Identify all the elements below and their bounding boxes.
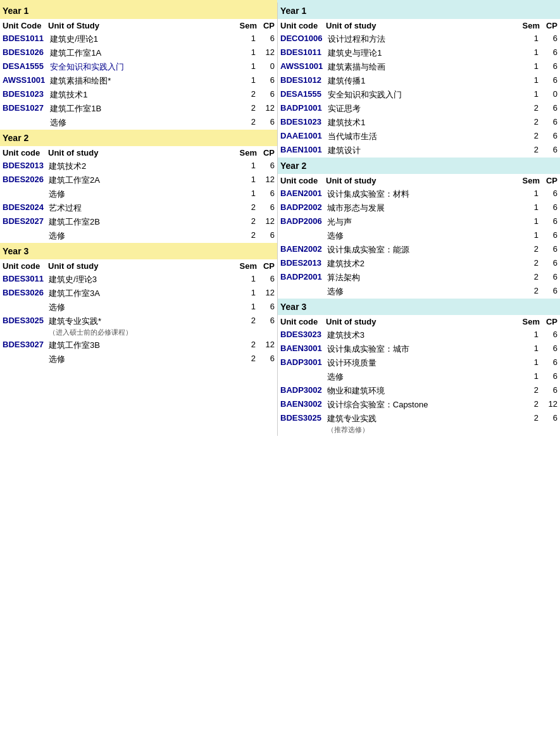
unit-row: 选修26 [0, 352, 277, 366]
unit-code: BDES3027 [0, 338, 46, 352]
unit-row: BAEN3001设计集成实验室：城市16 [278, 342, 560, 356]
unit-cp: 6 [259, 300, 277, 314]
col-header-cell: Unit of study [323, 19, 518, 32]
unit-cp: 12 [259, 46, 277, 60]
unit-cp: 12 [259, 102, 277, 116]
unit-row: BDES1011建筑史/理论116 [0, 32, 277, 46]
year-header-left-2: Year 3 [0, 243, 277, 259]
unit-code: BADP2001 [278, 271, 325, 285]
unit-row: DESA1555安全知识和实践入门10 [0, 60, 277, 74]
unit-code: BDES2024 [0, 201, 46, 215]
year-header-left-1: Year 2 [0, 130, 277, 146]
unit-cp: 6 [542, 370, 560, 384]
unit-sem: 1 [518, 229, 542, 243]
unit-code: BDES3011 [0, 273, 46, 287]
units-table-right-1: BAEN2001设计集成实验室：材料16BADP2002城市形态与发展16BAD… [278, 187, 560, 299]
unit-row: BDES1012建筑传播116 [278, 74, 560, 88]
col-header-left-1: Unit codeUnit of studySemCP [0, 146, 277, 159]
unit-name: 选修 [46, 187, 235, 201]
unit-cp: 6 [542, 32, 560, 46]
unit-code: DECO1006 [278, 32, 325, 46]
unit-code: BAEN2002 [278, 243, 325, 257]
unit-row: BDES3023建筑技术316 [278, 328, 560, 342]
unit-code: BDES3025 [278, 412, 325, 436]
col-header-cell: Unit Code [0, 19, 46, 32]
unit-name: 物业和建筑环境 [325, 384, 518, 398]
unit-row: BAEN2001设计集成实验室：材料16 [278, 187, 560, 201]
col-header-cell: CP [259, 19, 277, 32]
unit-cp: 6 [542, 384, 560, 398]
unit-row: BDES1011建筑史与理论116 [278, 46, 560, 60]
col-header-right-2: Unit codeUnit of studySemCP [278, 315, 560, 328]
unit-sem: 1 [518, 370, 542, 384]
col-header-left-0: Unit CodeUnit of StudySemCP [0, 19, 277, 32]
unit-row: BDES2024艺术过程26 [0, 201, 277, 215]
unit-name: 算法架构 [325, 271, 518, 285]
unit-sem: 2 [235, 352, 259, 366]
unit-sem: 2 [518, 412, 542, 436]
unit-row: BDES3026建筑工作室3A112 [0, 287, 277, 300]
col-header-cell: Sem [518, 315, 542, 328]
unit-code [278, 370, 325, 384]
unit-name: 建筑工作室1A [47, 46, 235, 60]
col-header-cell: Unit code [278, 19, 323, 32]
unit-row: 选修26 [278, 285, 560, 299]
col-header-left-2: Unit codeUnit of studySemCP [0, 259, 277, 273]
unit-row: 选修16 [0, 300, 277, 314]
content-area: Year 1Unit CodeUnit of StudySemCPBDES101… [0, 3, 560, 436]
col-header-cell: CP [542, 174, 560, 187]
unit-cp: 6 [259, 273, 277, 287]
unit-code: BDES1026 [0, 46, 47, 60]
unit-cp: 6 [542, 285, 560, 299]
unit-code [0, 352, 46, 366]
unit-name: 当代城市生活 [325, 130, 518, 144]
unit-sem: 1 [235, 173, 259, 187]
unit-row: BDES3027建筑工作室3B212 [0, 338, 277, 352]
unit-sem: 1 [235, 74, 259, 88]
unit-name: 建筑专业实践（推荐选修） [325, 412, 518, 436]
unit-code: DAAE1001 [278, 130, 325, 144]
unit-name: 建筑技术2 [46, 159, 235, 173]
unit-row: AWSS1001建筑素描和绘图*16 [0, 74, 277, 88]
unit-row: BDES1023建筑技术126 [0, 88, 277, 102]
unit-cp: 6 [542, 116, 560, 130]
unit-name: 设计过程和方法 [325, 32, 518, 46]
unit-row: DAAE1001当代城市生活26 [278, 130, 560, 144]
col-header-cell: Unit code [278, 315, 323, 328]
unit-sem: 2 [235, 314, 259, 338]
unit-row: BDES2027建筑工作室2B212 [0, 215, 277, 229]
unit-row: BDES2013建筑技术216 [0, 159, 277, 173]
col-header-cell: Sem [235, 19, 259, 32]
unit-row: 选修16 [278, 229, 560, 243]
unit-name: 建筑史与理论1 [325, 46, 518, 60]
unit-name: 选修 [47, 116, 235, 130]
unit-code: AWSS1001 [278, 60, 325, 74]
year-header-right-1: Year 2 [278, 158, 560, 174]
unit-cp: 12 [542, 398, 560, 412]
unit-sem: 2 [235, 116, 259, 130]
unit-code: BAEN3002 [278, 398, 325, 412]
unit-code [278, 285, 325, 299]
unit-sem: 1 [235, 46, 259, 60]
unit-cp: 6 [542, 60, 560, 74]
unit-row: BDES1026建筑工作室1A112 [0, 46, 277, 60]
unit-name: 安全知识和实践入门 [47, 60, 235, 74]
unit-cp: 6 [542, 201, 560, 215]
year-header-right-0: Year 1 [278, 3, 560, 19]
unit-row: DECO1006设计过程和方法16 [278, 32, 560, 46]
unit-row: AWSS1001建筑素描与绘画16 [278, 60, 560, 74]
unit-row: 选修26 [0, 116, 277, 130]
unit-sem: 1 [518, 201, 542, 215]
unit-sem: 2 [518, 384, 542, 398]
unit-cp: 6 [542, 412, 560, 436]
unit-cp: 6 [259, 201, 277, 215]
unit-cp: 6 [259, 159, 277, 173]
unit-row: BADP1001实证思考26 [278, 102, 560, 116]
unit-row: BDES2013建筑技术226 [278, 257, 560, 271]
unit-code: BDES2013 [278, 257, 325, 271]
unit-cp: 6 [542, 356, 560, 370]
unit-name: 建筑技术1 [47, 88, 235, 102]
unit-row: BDES3011建筑史/理论316 [0, 273, 277, 287]
unit-name: 选修 [325, 229, 518, 243]
unit-sem: 1 [235, 187, 259, 201]
